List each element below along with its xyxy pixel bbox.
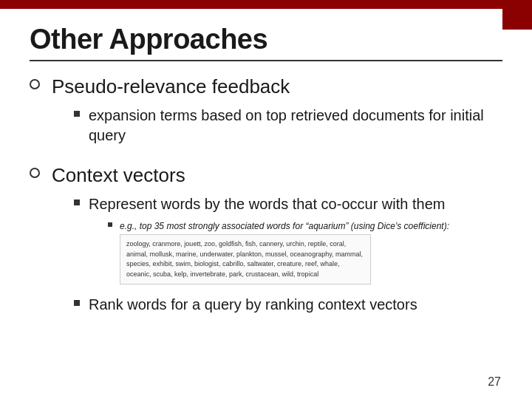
slide-content: Other Approaches Pseudo-relevance feedba…	[0, 9, 532, 399]
top-bar	[0, 0, 532, 9]
list-item: Pseudo-relevance feedback expansion term…	[30, 75, 502, 153]
bullet-icon	[30, 79, 40, 89]
main-list: Pseudo-relevance feedback expansion term…	[30, 75, 502, 322]
item-content: Context vectors Represent words by the w…	[52, 163, 449, 323]
subsub-item-content: e.g., top 35 most strongly associated wo…	[120, 219, 449, 285]
main-item-text: Context vectors	[52, 164, 185, 186]
word-cloud: zoology, cranmore, jouett, zoo, goldfish…	[120, 234, 371, 284]
sub-item-text: Rank words for a query by ranking contex…	[89, 295, 417, 315]
page-title: Other Approaches	[30, 24, 502, 55]
sub-item-text: Represent words by the words that co-occ…	[89, 196, 445, 212]
item-content: Pseudo-relevance feedback expansion term…	[52, 75, 502, 153]
bullet-icon	[30, 168, 40, 178]
subsub-bullet-icon	[108, 222, 112, 227]
sub-list: expansion terms based on top retrieved d…	[52, 106, 502, 146]
list-item: Context vectors Represent words by the w…	[30, 163, 502, 323]
sub-list-item: Represent words by the words that co-occ…	[74, 194, 449, 288]
word-cloud-text: zoology, cranmore, jouett, zoo, goldfish…	[126, 240, 363, 278]
sub-list: Represent words by the words that co-occ…	[52, 194, 449, 316]
sub-list-item: Rank words for a query by ranking contex…	[74, 295, 449, 315]
sub-bullet-icon	[74, 200, 80, 205]
sub-bullet-icon	[74, 300, 80, 306]
sub-bullet-icon	[74, 111, 80, 117]
sub-list-item: expansion terms based on top retrieved d…	[74, 106, 502, 146]
sub-item-content: Represent words by the words that co-occ…	[89, 194, 449, 288]
main-item-text: Pseudo-relevance feedback	[52, 75, 290, 98]
title-divider	[30, 60, 502, 61]
subsub-list-item: e.g., top 35 most strongly associated wo…	[108, 219, 449, 285]
sub-item-text: expansion terms based on top retrieved d…	[89, 106, 502, 146]
subsub-list: e.g., top 35 most strongly associated wo…	[89, 219, 449, 285]
subsub-item-intro: e.g., top 35 most strongly associated wo…	[120, 221, 449, 231]
slide-number: 27	[488, 375, 501, 389]
